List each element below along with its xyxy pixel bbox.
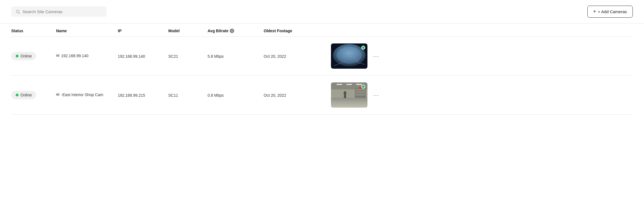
status-badge-2: Online <box>11 91 36 99</box>
svg-rect-10 <box>346 84 352 85</box>
svg-rect-12 <box>331 98 367 108</box>
svg-rect-16 <box>355 94 365 96</box>
col-oldest-footage: Oldest Footage <box>264 29 331 33</box>
svg-rect-11 <box>356 84 362 85</box>
plus-icon: + <box>593 9 596 15</box>
camera-name-text-2: -East Interior Shop Cam <box>61 92 103 98</box>
model-cell-2: SC11 <box>168 93 208 98</box>
table-header: Status Name IP Model Avg Bitrate i Oldes… <box>11 24 633 37</box>
bitrate-cell-2: 0.8 Mbps <box>208 93 264 98</box>
footage-cell-1: Oct 20, 2022 <box>264 54 331 59</box>
table-row: Online -East Interior Shop Cam 192.168.9… <box>11 76 633 115</box>
model-text-1: SC21 <box>168 54 178 59</box>
svg-point-17 <box>344 91 346 95</box>
bitrate-text-1: 5.8 Mbps <box>208 54 224 59</box>
model-text-2: SC11 <box>168 93 178 98</box>
thumbnail-area-1: ··· <box>331 43 633 69</box>
svg-rect-14 <box>355 89 365 91</box>
camera-name-icon-2 <box>56 93 59 95</box>
col-status: Status <box>11 29 56 33</box>
status-cell-1: Online <box>11 52 56 60</box>
col-model: Model <box>168 29 208 33</box>
col-avg-bitrate: Avg Bitrate i <box>208 29 264 33</box>
camera-name-text-1: 192.168.99.140 <box>61 53 88 59</box>
search-wrapper <box>11 6 107 17</box>
svg-rect-18 <box>344 95 346 98</box>
avg-bitrate-info-icon[interactable]: i <box>230 29 234 33</box>
icon-bar-3 <box>56 93 59 94</box>
icon-bar-1 <box>56 54 59 55</box>
status-cell-2: Online <box>11 91 56 99</box>
col-ip: IP <box>118 29 168 33</box>
bitrate-cell-1: 5.8 Mbps <box>208 54 264 59</box>
search-icon <box>16 10 20 14</box>
thumbnail-status-dot-1 <box>361 46 365 50</box>
camera-thumbnail-2[interactable] <box>331 82 367 108</box>
svg-rect-15 <box>355 91 365 93</box>
ip-cell-1: 192.168.99.140 <box>118 54 168 59</box>
footage-cell-2: Oct 20, 2022 <box>264 93 331 98</box>
ip-text-2: 192.168.99.215 <box>118 93 145 98</box>
camera-thumbnail-1[interactable] <box>331 43 367 69</box>
col-thumbnail <box>331 29 633 33</box>
top-bar: + + Add Cameras <box>0 0 644 23</box>
add-cameras-button[interactable]: + + Add Cameras <box>587 6 633 18</box>
add-cameras-label: + Add Cameras <box>598 9 627 14</box>
bitrate-text-2: 0.8 Mbps <box>208 93 224 98</box>
status-dot-2 <box>16 94 19 96</box>
row-more-button-1[interactable]: ··· <box>371 52 382 61</box>
ip-text-1: 192.168.99.140 <box>118 54 145 59</box>
thumbnail-status-dot-2 <box>361 85 365 89</box>
model-cell-1: SC21 <box>168 54 208 59</box>
svg-rect-9 <box>337 84 342 85</box>
status-label-1: Online <box>20 54 32 58</box>
name-cell-1: 192.168.99.140 <box>56 53 118 59</box>
row-more-button-2[interactable]: ··· <box>371 91 382 100</box>
icon-bar-4 <box>56 94 59 95</box>
status-badge-1: Online <box>11 52 36 60</box>
name-cell-2: -East Interior Shop Cam <box>56 92 118 98</box>
footage-text-2: Oct 20, 2022 <box>264 93 286 98</box>
search-input[interactable] <box>22 9 102 14</box>
col-name: Name <box>56 29 118 33</box>
camera-name-icon-1 <box>56 54 59 56</box>
icon-bar-2 <box>56 55 59 56</box>
status-dot-1 <box>16 55 19 57</box>
status-label-2: Online <box>20 93 32 97</box>
camera-table: Status Name IP Model Avg Bitrate i Oldes… <box>0 24 644 115</box>
svg-line-1 <box>19 13 20 14</box>
ip-cell-2: 192.168.99.215 <box>118 93 168 98</box>
thumbnail-area-2: ··· <box>331 82 633 108</box>
footage-text-1: Oct 20, 2022 <box>264 54 286 59</box>
table-row: Online 192.168.99.140 192.168.99.140 SC2… <box>11 37 633 76</box>
